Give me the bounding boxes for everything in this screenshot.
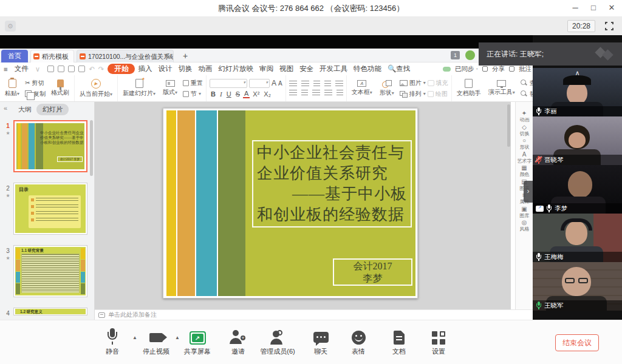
panel-shape[interactable]: ○ 形状 (516, 138, 533, 150)
menu-start[interactable]: 开始 (108, 64, 135, 74)
avatar[interactable] (465, 50, 475, 60)
font-family-select[interactable] (210, 79, 247, 88)
menu-insert[interactable]: 插入 (135, 64, 155, 73)
text-direction-icon[interactable] (335, 81, 343, 87)
doc-assistant-button[interactable]: 文档助手 (455, 79, 483, 98)
justify-icon[interactable] (324, 90, 332, 96)
menu-file[interactable]: 文件 (12, 64, 32, 73)
tab-docer[interactable]: 稻壳模板 (30, 50, 74, 62)
menu-view[interactable]: 视图 (276, 64, 296, 73)
fullscreen-icon[interactable] (605, 22, 613, 30)
replace-button[interactable]: 替换 (521, 90, 533, 98)
present-tools-button[interactable]: 演示工具▾ (487, 80, 517, 96)
canvas-scrollbar[interactable] (507, 104, 510, 147)
export-icon[interactable] (58, 66, 64, 72)
increase-font-icon[interactable]: A (272, 79, 276, 87)
subscript-button[interactable]: X₂ (262, 90, 272, 98)
superscript-button[interactable]: X² (251, 90, 261, 98)
layout-button[interactable]: 版式▾ (161, 80, 179, 96)
minimize-button[interactable]: ─ (566, 0, 584, 17)
slide-author-textbox[interactable]: 会计2017 李梦 (333, 258, 412, 286)
menu-slideshow[interactable]: 幻灯片放映 (215, 64, 256, 73)
menu-features[interactable]: 特色功能 (350, 64, 384, 73)
hamburger-icon[interactable]: ≡ (4, 66, 8, 73)
undo-icon[interactable]: ↶ (89, 65, 95, 73)
bold-button[interactable]: B (210, 90, 217, 98)
cut-button[interactable]: ✂ 剪切 (25, 79, 46, 87)
preview-icon[interactable] (78, 66, 85, 72)
share-icon[interactable] (482, 66, 488, 72)
align-right-icon[interactable] (312, 90, 320, 96)
tab-slides[interactable]: 幻灯片 (36, 104, 69, 115)
panel-gallery[interactable]: ▣ 图库 (516, 206, 533, 218)
video-panel-toggle[interactable]: › (524, 181, 533, 203)
indent-decrease-icon[interactable] (313, 81, 320, 87)
slide-thumbnail-2[interactable]: 目录 (13, 183, 87, 235)
menu-design[interactable]: 设计 (155, 64, 175, 73)
menu-security[interactable]: 安全 (296, 64, 316, 73)
end-meeting-button[interactable]: 结束会议 (555, 334, 599, 351)
panel-wordart[interactable]: A 艺术字 (516, 152, 533, 164)
picture-button[interactable]: 图片 (409, 79, 422, 87)
slide-thumbnail-4[interactable]: 1.2 研究意义 (13, 308, 87, 315)
reset-button[interactable]: 重置 (183, 79, 203, 87)
video-tile[interactable]: ∧ 李丽 (533, 68, 622, 116)
arrange-button[interactable]: 排列 (409, 90, 422, 98)
panel-animation[interactable]: ✦ 动画 (516, 110, 533, 123)
indent-increase-icon[interactable] (324, 81, 331, 87)
panel-color[interactable]: ▦ 颜色 (516, 165, 533, 177)
video-tile[interactable]: 王梅梅 (533, 214, 622, 262)
number-list-icon[interactable] (301, 81, 309, 87)
tab-outline[interactable]: 大纲 (18, 105, 32, 114)
video-tile[interactable]: 王晓军 (533, 262, 622, 311)
collapse-videos-icon[interactable]: ∧ (533, 69, 622, 77)
menu-review[interactable]: 审阅 (256, 64, 276, 73)
font-size-select[interactable] (249, 79, 270, 88)
slide-editor[interactable]: 中小企业社会责任与 企业价值关系研究 ——基于中小板 和创业板的经验数据 会计2… (163, 108, 418, 298)
share-label[interactable]: 分享 (492, 65, 505, 73)
align-center-icon[interactable] (301, 90, 308, 96)
paste-button[interactable]: 粘贴▾ (3, 79, 21, 98)
shape-button[interactable]: 形状▾ (378, 80, 396, 97)
panel-transition[interactable]: ◇ 切换 (516, 124, 533, 136)
thumbnail-scrollbar[interactable] (90, 120, 93, 176)
video-tile[interactable]: 晋晓琴 (533, 116, 622, 165)
align-left-icon[interactable] (289, 90, 297, 96)
format-painter-button[interactable]: 格式刷 (49, 79, 71, 97)
menu-transition[interactable]: 切换 (175, 64, 195, 73)
slide-thumbnail-1[interactable]: 中小企业社会责任与企业价值关系研究——基于中小板和创业板的经验数据 会计2017… (13, 120, 87, 172)
font-color-button[interactable]: A (243, 90, 250, 98)
tab-document[interactable]: 170210100...与企业价值关系研究 ✕ (77, 50, 174, 62)
menu-find[interactable]: 🔍查找 (384, 64, 413, 73)
section-button[interactable]: 节▾ (183, 90, 203, 98)
find-button[interactable]: 查找 (521, 79, 533, 87)
comment-label[interactable]: 批注 (519, 65, 531, 73)
print-icon[interactable] (68, 66, 75, 72)
decrease-font-icon[interactable]: A (278, 80, 282, 87)
menu-animation[interactable]: 动画 (195, 64, 215, 73)
comment-icon[interactable] (509, 66, 514, 72)
menu-devtools[interactable]: 开发工具 (316, 64, 350, 73)
bullet-list-icon[interactable] (289, 81, 297, 87)
redo-icon[interactable]: ↷ (98, 65, 104, 73)
tab-home[interactable]: 首页 (1, 50, 28, 62)
tab-close-icon[interactable]: ✕ (166, 50, 171, 62)
slide-title-textbox[interactable]: 中小企业社会责任与 企业价值关系研究 ——基于中小板 和创业板的经验数据 (252, 140, 412, 228)
new-tab-button[interactable]: + (180, 50, 191, 61)
underline-button[interactable]: U (225, 90, 233, 98)
slide-thumbnail-3[interactable]: 1.1 研究背景 (13, 245, 87, 297)
textbox-button[interactable]: A 文本框▾ (350, 80, 374, 96)
close-button[interactable]: ✕ (603, 0, 621, 17)
panel-style[interactable]: ◎ 风格 (516, 220, 533, 232)
strikethrough-button[interactable]: S (234, 90, 241, 98)
new-slide-button[interactable]: 新建幻灯片▾ (121, 79, 157, 98)
line-spacing-icon[interactable] (337, 90, 343, 96)
video-tile[interactable]: 李梦 (533, 165, 622, 214)
italic-button[interactable]: I (219, 90, 224, 98)
notes-input[interactable]: 单击此处添加备注 (95, 309, 533, 320)
copy-button[interactable]: 复制 (25, 90, 46, 98)
play-from-current-button[interactable]: ▶ 从当前开始▾ (78, 79, 114, 98)
save-icon[interactable] (47, 66, 54, 72)
maximize-button[interactable]: □ (584, 0, 603, 17)
collapse-panel-icon[interactable]: « (4, 104, 7, 112)
